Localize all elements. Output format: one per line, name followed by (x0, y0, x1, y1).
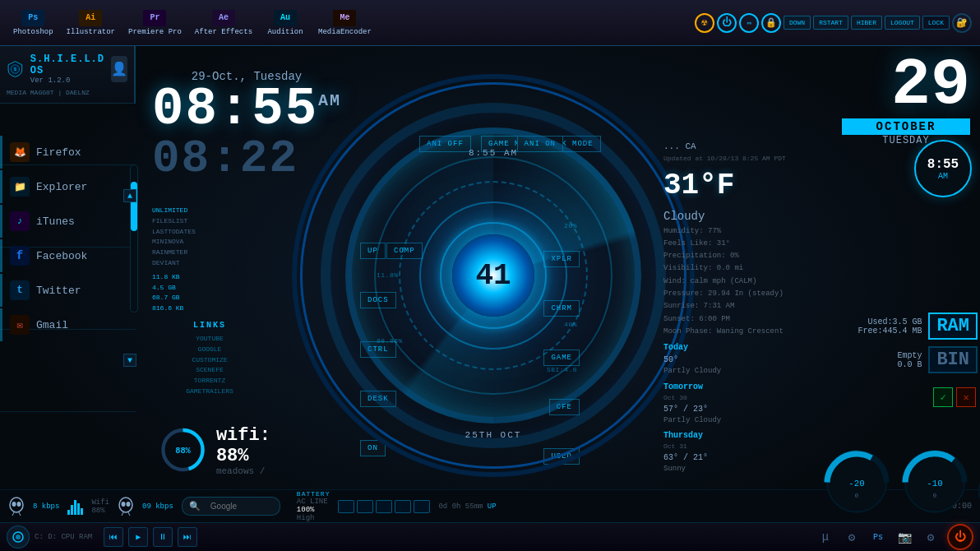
power-icon[interactable]: ⏻ (717, 13, 737, 33)
system-tray: μ ⚙ Ps 📷 ⚙ ⏻ (816, 524, 973, 550)
info-deviant: DEVIANT (152, 258, 267, 269)
ring-pct-20: 20% (564, 222, 577, 229)
bin-size: 0.0 B (897, 360, 922, 369)
svg-line-20 (19, 512, 21, 516)
media-next-button[interactable]: ⏭ (178, 527, 197, 547)
arc-date-display: 25TH OCT (465, 430, 522, 440)
uptime-section: 0d 0h 55mm UP (438, 502, 496, 511)
ae-icon: Ae (212, 10, 235, 26)
me-label: MediaEncoder (318, 28, 372, 36)
wifi-text: wifi: 88% meadows / (216, 425, 300, 476)
gauge-2-svg: -10 0 (898, 442, 972, 516)
explorer-icon: 📁 (10, 177, 30, 197)
stat-val-4: 816.6 KB (152, 303, 183, 314)
wifi-network: meadows / (216, 466, 300, 476)
media-prev-button[interactable]: ⏮ (104, 527, 123, 547)
rstart-button[interactable]: RSTART (813, 16, 848, 30)
taskbar-right-controls: ☢ ⏻ ⇔ 🔒 DOWN RSTART HIBER LOGOUT LOCK 🔐 (695, 13, 980, 33)
bin-label: BIN (928, 346, 978, 373)
forecast-thursday-temp: 63° / 21° (663, 451, 828, 464)
battery-icon-5[interactable] (414, 500, 430, 513)
network-mini-right: 09 kbps (142, 502, 173, 511)
start-button[interactable] (7, 526, 30, 549)
camera-tray-icon[interactable]: 📷 (894, 527, 914, 547)
battery-icon-3[interactable] (376, 500, 392, 513)
nav-firefox[interactable]: 🦊 Firefox (0, 136, 136, 169)
steam-tray-icon[interactable]: ⚙ (842, 527, 862, 547)
arrows-icon[interactable]: ⇔ (739, 13, 759, 33)
media-play-button[interactable]: ▶ (128, 527, 148, 547)
mini-barchart (67, 498, 83, 515)
humidity: Humidity: 77% (663, 225, 828, 238)
nuclear-icon[interactable]: ☢ (695, 13, 714, 33)
app-aftereffects[interactable]: Ae After Effects (190, 7, 257, 39)
nav-gmail[interactable]: ✉ Gmail (0, 308, 136, 341)
nav-explorer[interactable]: 📁 Explorer (0, 170, 136, 203)
time-main-row: 08:55AM (152, 83, 341, 136)
link-gametrailers[interactable]: GAMETRAILERS (152, 387, 267, 397)
gear-tray-icon[interactable]: ⚙ (921, 527, 941, 547)
ps-icon: Ps (21, 10, 44, 26)
down-button[interactable]: DOWN (784, 16, 811, 30)
app-premiere[interactable]: Pr Premiere Pro (123, 7, 187, 39)
app-mediaencoder[interactable]: Me MediaEncoder (313, 7, 377, 39)
datetime-panel: 29-Oct., Tuesday 08:55AM 08:22 (152, 70, 341, 182)
media-pause-button[interactable]: ⏸ (153, 527, 173, 547)
ps-tray-icon[interactable]: Ps (868, 527, 888, 547)
app-illustrator[interactable]: Ai Illustrator (62, 7, 120, 39)
nav-itunes[interactable]: ♪ iTunes (0, 205, 136, 238)
forecast-tomorrow-label: Tomorrow (663, 381, 828, 393)
time-main: 08:55AM (152, 80, 341, 139)
nav-itunes-label: iTunes (36, 215, 75, 228)
battery-icon-1[interactable] (338, 500, 354, 513)
lock-button[interactable]: LOCK (922, 16, 950, 30)
nav-twitter[interactable]: t Twitter (0, 274, 136, 307)
scroll-up-arrow[interactable]: ▲ (123, 189, 136, 202)
lock-icon[interactable]: 🔒 (761, 13, 781, 33)
moon-phase: Moon Phase: Waning Crescent (663, 326, 828, 338)
time-secondary-row: 08:22 (152, 136, 341, 182)
link-torrentz[interactable]: TORRENTZ (152, 376, 267, 387)
weather-condition: Cloudy (663, 208, 828, 225)
battery-icon-4[interactable] (395, 500, 411, 513)
stat-val-2: 4.5 GB (152, 283, 176, 294)
battery-icon-2[interactable] (357, 500, 373, 513)
search-icon: 🔍 (189, 501, 201, 512)
link-google[interactable]: GOOGLE (152, 345, 267, 355)
forecast-tomorrow-cond: Partly Cloudy (663, 415, 828, 427)
padlock-icon[interactable]: 🔐 (952, 13, 972, 33)
ring-pct-sbi: SBI:4.0 (547, 366, 577, 373)
ai-label: Illustrator (67, 28, 115, 36)
battery-icons (338, 500, 430, 513)
link-customize[interactable]: CUSTOMIZE (152, 355, 267, 366)
link-scenefe[interactable]: SCENEFE (152, 365, 267, 376)
time-ampm: AM (318, 91, 341, 110)
bar-5 (81, 508, 83, 515)
app-photoshop[interactable]: Ps Photoshop (8, 7, 58, 39)
drives-label: C: D: CPU RAM (35, 533, 92, 541)
ring-pct-40: 40% (564, 321, 577, 328)
ai-icon: Ai (79, 10, 102, 26)
svg-text:0: 0 (855, 493, 858, 499)
forecast-today-label: Today (663, 341, 828, 354)
mini-gauges-panel: -20 0 -10 0 (820, 413, 976, 520)
sunrise: Sunrise: 7:31 AM (663, 300, 828, 313)
app-audition[interactable]: Au Audition (261, 7, 310, 39)
hiber-button[interactable]: HIBER (851, 16, 882, 30)
search-input[interactable] (204, 499, 270, 513)
svg-text:0: 0 (933, 493, 936, 499)
search-container[interactable]: 🔍 (182, 497, 280, 516)
svg-point-16 (10, 498, 23, 512)
link-youtube[interactable]: YOUTUBE (152, 334, 267, 345)
uTorrent-tray-icon[interactable]: μ (816, 527, 835, 547)
power-off-button[interactable]: ⏻ (947, 524, 973, 550)
ok-button[interactable]: ✓ (933, 387, 953, 407)
side-indicator (130, 164, 138, 313)
weather-details: Humidity: 77% Feels Like: 31° Precipitat… (663, 225, 828, 339)
forecast-thursday-label: Thursday (663, 429, 828, 442)
nav-facebook[interactable]: f Facebook (0, 239, 136, 272)
no-button[interactable]: ✕ (956, 387, 976, 407)
scroll-down-arrow[interactable]: ▼ (123, 354, 136, 367)
logout-button[interactable]: LOGOUT (885, 16, 920, 30)
speed-meter-svg (976, 466, 980, 516)
